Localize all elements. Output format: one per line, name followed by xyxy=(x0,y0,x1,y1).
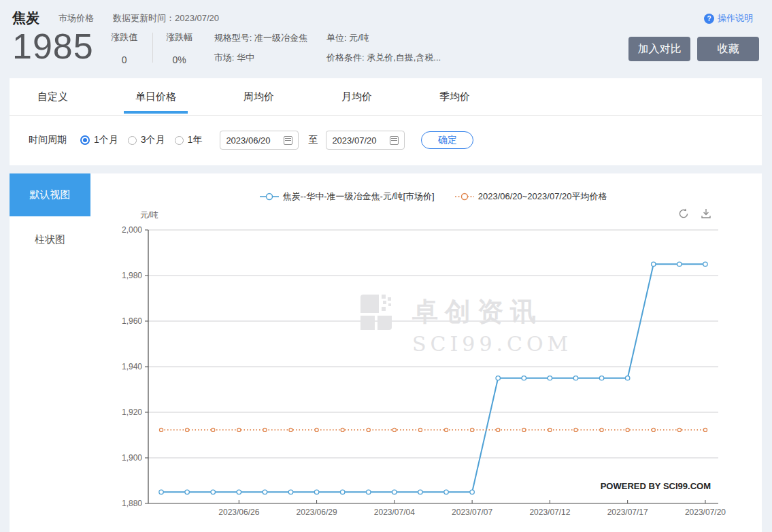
price-point[interactable] xyxy=(185,490,189,494)
price-point[interactable] xyxy=(470,490,474,494)
price-point[interactable] xyxy=(211,490,215,494)
average-point xyxy=(600,428,603,431)
x-axis-tick-label: 2023/06/26 xyxy=(218,508,259,517)
period-row: 时间周期 1个月3个月1年 2023/06/20 至 2023/07/20 确定 xyxy=(10,116,762,165)
period-label: 时间周期 xyxy=(29,134,67,146)
tab-4[interactable]: 季均价 xyxy=(439,78,470,115)
x-axis-tick-label: 2023/07/04 xyxy=(374,508,415,517)
period-radio-label: 1年 xyxy=(188,134,203,146)
spec-text: 规格型号: 准一级冶金焦 xyxy=(214,33,307,44)
radio-selected-icon[interactable] xyxy=(80,135,90,145)
favorite-button[interactable]: 收藏 xyxy=(697,37,759,61)
price-point[interactable] xyxy=(703,262,707,266)
average-point xyxy=(341,428,344,431)
period-radio-label: 3个月 xyxy=(141,134,165,146)
page-title: 焦炭 xyxy=(12,9,39,27)
price-point[interactable] xyxy=(288,490,292,494)
price-point[interactable] xyxy=(677,262,682,266)
x-axis-tick-label: 2023/07/07 xyxy=(452,508,492,517)
update-time-label: 数据更新时间： xyxy=(113,13,175,23)
y-axis-tick-label: 1,900 xyxy=(122,453,142,463)
header: 焦炭 市场价格 数据更新时间：2023/07/20 ? 操作说明 1985 涨跌… xyxy=(0,0,772,78)
question-icon[interactable]: ? xyxy=(704,14,714,24)
title-row: 焦炭 市场价格 数据更新时间：2023/07/20 xyxy=(12,9,219,27)
price-point[interactable] xyxy=(340,490,344,494)
header-buttons: 加入对比 收藏 xyxy=(628,37,759,61)
average-point xyxy=(652,428,655,431)
average-point xyxy=(367,428,370,431)
line-chart[interactable]: 2,0001,9801,9601,9401,9201,9001,880元/吨20… xyxy=(10,173,762,532)
average-point xyxy=(574,428,577,431)
calendar-icon[interactable] xyxy=(284,136,292,145)
average-point xyxy=(237,428,241,431)
price-point[interactable] xyxy=(548,376,552,380)
y-axis-unit-label: 元/吨 xyxy=(140,210,158,220)
tab-0[interactable]: 自定义 xyxy=(37,78,68,115)
y-axis-tick-label: 2,000 xyxy=(122,225,142,235)
end-date-input[interactable]: 2023/07/20 xyxy=(326,131,405,150)
y-axis-tick-label: 1,960 xyxy=(122,316,142,326)
average-point xyxy=(418,428,422,431)
price-point[interactable] xyxy=(367,490,371,494)
price-point[interactable] xyxy=(573,376,577,380)
tab-2[interactable]: 周均价 xyxy=(244,78,274,115)
tab-3[interactable]: 月均价 xyxy=(341,78,372,115)
price-row: 1985 涨跌值 0 涨跌幅 0% 规格型号: 准一级冶金焦 市场: 华中 单位… xyxy=(12,26,441,67)
price-point[interactable] xyxy=(444,490,448,494)
start-date-input[interactable]: 2023/06/20 xyxy=(220,131,299,150)
average-point xyxy=(703,428,707,431)
period-radio-0[interactable]: 1个月 xyxy=(80,134,118,146)
price-point[interactable] xyxy=(522,376,526,380)
x-axis-tick-label: 2023/07/17 xyxy=(607,508,648,517)
tabs-card: 自定义单日价格周均价月均价季均价 时间周期 1个月3个月1年 2023/06/2… xyxy=(10,78,762,165)
price-point[interactable] xyxy=(159,490,163,494)
radio-icon[interactable] xyxy=(128,136,137,145)
tab-1[interactable]: 单日价格 xyxy=(135,78,176,115)
y-axis-tick-label: 1,940 xyxy=(122,362,142,371)
price-point[interactable] xyxy=(418,490,422,494)
y-axis-tick-label: 1,980 xyxy=(122,271,142,280)
chart-card: 默认视图 柱状图 焦炭--华中-准一级冶金焦-元/吨[市场价]2023/06/2… xyxy=(10,173,762,532)
y-axis-tick-label: 1,880 xyxy=(122,499,142,508)
price-point[interactable] xyxy=(263,490,267,494)
change-value-column: 涨跌值 0 xyxy=(109,31,140,65)
average-point xyxy=(444,428,448,431)
price-point[interactable] xyxy=(625,376,629,380)
average-point xyxy=(497,428,500,431)
update-time-value: 2023/07/20 xyxy=(175,13,219,23)
x-axis-tick-label: 2023/06/29 xyxy=(297,508,337,517)
update-time: 数据更新时间：2023/07/20 xyxy=(113,12,219,24)
change-pct-value: 0% xyxy=(164,54,195,65)
change-value: 0 xyxy=(109,54,140,65)
average-point xyxy=(471,428,474,431)
x-axis-tick-label: 2023/07/12 xyxy=(529,508,570,517)
period-radio-group: 1个月3个月1年 xyxy=(80,134,212,146)
radio-icon[interactable] xyxy=(175,136,184,145)
start-date-value[interactable]: 2023/06/20 xyxy=(226,135,270,146)
price-point[interactable] xyxy=(599,376,603,380)
help-label[interactable]: 操作说明 xyxy=(718,12,753,24)
price-point[interactable] xyxy=(392,490,397,494)
period-radio-2[interactable]: 1年 xyxy=(175,134,203,146)
confirm-button[interactable]: 确定 xyxy=(421,131,473,149)
price-point[interactable] xyxy=(652,262,656,266)
average-point xyxy=(548,428,552,431)
price-point[interactable] xyxy=(237,490,241,494)
price-point[interactable] xyxy=(496,376,500,380)
period-radio-1[interactable]: 3个月 xyxy=(128,134,165,146)
current-price: 1985 xyxy=(12,26,94,67)
price-point[interactable] xyxy=(314,490,318,494)
to-label: 至 xyxy=(308,134,318,146)
average-point xyxy=(626,428,629,431)
condition-text: 价格条件: 承兑价,自提,含税... xyxy=(326,52,441,63)
change-value-label: 涨跌值 xyxy=(109,31,140,44)
calendar-icon[interactable] xyxy=(390,136,399,145)
market-text: 市场: 华中 xyxy=(214,52,307,63)
end-date-value[interactable]: 2023/07/20 xyxy=(332,135,376,146)
average-point xyxy=(289,428,292,431)
powered-by-label: POWERED BY SCI99.COM xyxy=(601,481,711,491)
add-compare-button[interactable]: 加入对比 xyxy=(628,37,690,61)
average-point xyxy=(522,428,526,431)
unit-column: 单位: 元/吨 价格条件: 承兑价,自提,含税... xyxy=(326,33,441,63)
help-link[interactable]: ? 操作说明 xyxy=(704,12,753,24)
